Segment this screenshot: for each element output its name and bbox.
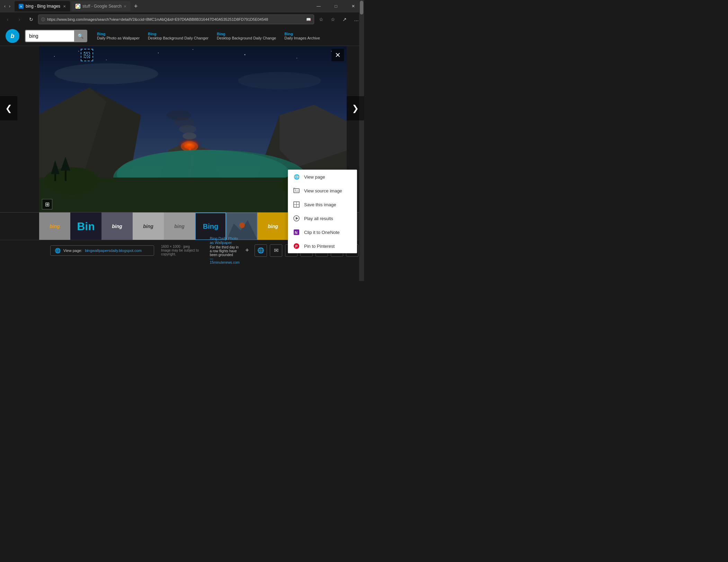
footer-globe-button[interactable]: 🌐 (255, 244, 267, 257)
share-button[interactable]: ↗ (340, 15, 349, 24)
reading-list-button[interactable]: ☆ (328, 15, 338, 24)
visual-search-button[interactable] (81, 49, 93, 61)
context-menu-pinterest[interactable]: P Pin to Pinterest (288, 239, 357, 253)
svg-text:N: N (295, 230, 298, 235)
svg-line-3 (88, 56, 89, 57)
svg-point-2 (85, 53, 88, 56)
context-menu-view-source[interactable]: View source image (288, 184, 357, 198)
bing-header: b 🔍 Bing Daily Photo as Wallpaper Bing D… (0, 26, 364, 46)
svg-point-47 (295, 190, 296, 191)
image-meta-info: 1600 × 1000 · jpeg Image may be subject … (161, 245, 202, 256)
url-bar[interactable]: ⓘ https://www.bing.com/images/search?vie… (38, 15, 314, 24)
context-play-label: Play all results (304, 216, 333, 221)
thumbnail-4[interactable]: bing (133, 212, 164, 240)
svg-point-9 (193, 49, 193, 50)
thumbnail-1[interactable]: bing (39, 212, 70, 240)
source-link[interactable]: — 15minutenews.com (210, 257, 240, 264)
bing-nav-wallpaper[interactable]: Bing Daily Photo as Wallpaper (97, 32, 140, 40)
bing-logo[interactable]: b (6, 29, 19, 43)
context-onenote-label: Clip it to OneNote (304, 230, 340, 235)
forward-button[interactable]: › (15, 15, 24, 24)
svg-point-11 (296, 58, 297, 58)
source-title[interactable]: Bing Daily Photo as Wallpaper (210, 236, 240, 245)
tab-google-close[interactable]: ✕ (124, 4, 126, 8)
bing-favicon: b (19, 4, 24, 9)
expand-button[interactable]: ⊞ (42, 199, 52, 209)
minimize-button[interactable]: — (311, 1, 327, 11)
svg-point-8 (158, 53, 159, 53)
tab-google-search[interactable]: stuff - Google Search ✕ (71, 1, 131, 11)
tab-navigation[interactable]: ‹ › (3, 2, 12, 10)
context-save-label: Save this image (304, 202, 336, 207)
tab-google-label: stuff - Google Search (82, 4, 122, 9)
svg-point-14 (238, 72, 321, 89)
thumbnail-2[interactable]: Bin (70, 212, 101, 240)
svg-point-5 (54, 56, 55, 57)
search-input[interactable] (26, 30, 74, 42)
thumbnail-7[interactable] (226, 212, 257, 240)
context-play-icon (293, 215, 300, 222)
svg-point-6 (78, 51, 79, 52)
view-page-label: View page: (63, 248, 82, 253)
back-button[interactable]: ‹ (3, 15, 12, 24)
svg-point-39 (239, 223, 245, 228)
svg-point-10 (245, 54, 246, 55)
context-menu-onenote[interactable]: N Clip it to OneNote (288, 225, 357, 239)
source-description: For the third day in a row flights have … (210, 245, 240, 257)
tab-prev[interactable]: ‹ (3, 2, 7, 10)
thumbnail-6[interactable]: Bing (195, 212, 226, 240)
globe-icon: 🌐 (55, 248, 61, 253)
next-image-button[interactable]: ❯ (347, 96, 364, 120)
prev-image-button[interactable]: ❮ (0, 96, 17, 120)
svg-point-26 (167, 110, 191, 120)
add-button[interactable]: + (245, 246, 249, 255)
maximize-button[interactable]: □ (328, 1, 344, 11)
context-menu-view-page[interactable]: 🌐 View page (288, 170, 357, 184)
title-bar: ‹ › b bing - Bing Images ✕ stuff - Googl… (0, 0, 364, 12)
context-menu-play-all[interactable]: Play all results (288, 211, 357, 225)
window-controls: — □ ✕ (311, 1, 361, 11)
scrollbar[interactable] (359, 0, 364, 281)
svg-point-7 (106, 60, 107, 60)
reader-mode-icon[interactable]: 📖 (306, 17, 311, 22)
tab-next[interactable]: › (8, 2, 12, 10)
scrollbar-thumb[interactable] (360, 1, 363, 15)
svg-text:P: P (295, 244, 298, 248)
context-globe-icon: 🌐 (293, 173, 300, 180)
bing-nav: Bing Daily Photo as Wallpaper Bing Deskt… (97, 32, 320, 40)
address-bar: ‹ › ↻ ⓘ https://www.bing.com/images/sear… (0, 12, 364, 26)
svg-rect-35 (65, 169, 66, 181)
context-pinterest-label: Pin to Pinterest (304, 244, 335, 249)
thumbnail-5[interactable]: bing (164, 212, 195, 240)
tab-bing-close[interactable]: ✕ (63, 4, 66, 8)
new-tab-button[interactable]: + (131, 1, 141, 11)
expand-overlay: ⊞ (42, 199, 52, 209)
image-dimensions: 1600 × 1000 · jpeg Image may be subject … (161, 245, 202, 256)
thumb-spacer (0, 212, 39, 240)
svg-marker-54 (296, 217, 298, 220)
close-image-button[interactable]: ✕ (331, 49, 344, 61)
favorites-button[interactable]: ☆ (316, 15, 326, 24)
context-view-source-label: View source image (304, 188, 342, 193)
context-menu-save-image[interactable]: Save this image (288, 198, 357, 211)
bing-nav-daily-changer[interactable]: Bing Desktop Background Daily Changer (148, 32, 208, 40)
bing-nav-daily-change[interactable]: Bing Desktop Background Daily Change (217, 32, 276, 40)
refresh-button[interactable]: ↻ (26, 15, 36, 24)
view-page-url[interactable]: bingwallpapersdaily.blogspot.com (85, 248, 142, 253)
search-box: 🔍 (25, 30, 87, 42)
context-view-page-label: View page (304, 174, 325, 180)
visual-search-overlay (81, 49, 93, 61)
context-menu: 🌐 View page View source image (288, 170, 357, 253)
thumbnail-3[interactable]: bing (101, 212, 133, 240)
lock-icon: ⓘ (41, 17, 45, 22)
footer-email-button[interactable]: ✉ (270, 244, 282, 257)
close-overlay: ✕ (331, 49, 344, 61)
bing-nav-archive[interactable]: Bing Daily Images Archive (284, 32, 320, 40)
thumbnail-8[interactable]: bing (257, 212, 288, 240)
url-text: https://www.bing.com/images/search?view=… (47, 17, 304, 21)
search-button[interactable]: 🔍 (74, 30, 87, 42)
tab-bing-images[interactable]: b bing - Bing Images ✕ (15, 1, 70, 11)
context-pinterest-icon: P (293, 243, 300, 250)
context-onenote-icon: N (293, 229, 300, 236)
view-page-info[interactable]: 🌐 View page: bingwallpapersdaily.blogspo… (50, 245, 154, 256)
